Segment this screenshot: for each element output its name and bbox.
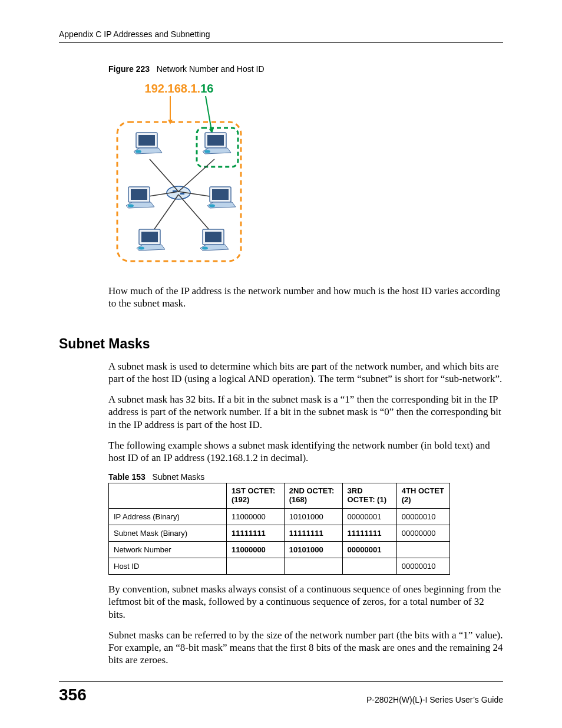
svg-line-11: [178, 159, 214, 192]
svg-line-10: [150, 159, 178, 192]
computer-icon: [200, 229, 229, 251]
network-diagram-svg: 192.168.1.16: [108, 80, 250, 268]
svg-line-3: [206, 96, 211, 130]
table-cell: Network Number: [109, 542, 227, 558]
paragraph: By convention, subnet masks always consi…: [108, 583, 503, 621]
table-row: Host ID00000010: [109, 558, 450, 575]
table-cell: 11111111: [284, 525, 342, 542]
page-number: 356: [59, 686, 87, 704]
table-cell: [227, 558, 285, 575]
table-header-cell: 1ST OCTET: (192): [227, 483, 285, 509]
svg-rect-9: [180, 193, 184, 195]
table-cell: 10101000: [284, 542, 342, 558]
paragraph: A subnet mask is used to determine which…: [108, 360, 503, 386]
table-cell: 00000001: [342, 509, 396, 525]
table-cell: 11111111: [342, 525, 396, 542]
table-header-cell: [109, 483, 227, 509]
table-cell: Subnet Mask (Binary): [109, 525, 227, 542]
computer-icon: [207, 187, 236, 208]
table-label: Table 153: [108, 472, 146, 482]
table-row: IP Address (Binary)110000001010100000000…: [109, 509, 450, 525]
table-cell: 11000000: [227, 542, 285, 558]
guide-name: P-2802H(W)(L)-I Series User’s Guide: [366, 695, 503, 704]
subnet-masks-table: 1ST OCTET: (192) 2ND OCTET: (168) 3RD OC…: [108, 483, 450, 575]
table-cell: 11000000: [227, 509, 285, 525]
network-diagram: 192.168.1.16: [108, 80, 503, 271]
table-cell: [396, 542, 449, 558]
table-caption-text: Subnet Masks: [152, 472, 204, 482]
svg-text:192.168.1.16: 192.168.1.16: [145, 82, 214, 95]
figure-caption: Figure 223 Network Number and Host ID: [108, 64, 503, 74]
computer-icon: [137, 229, 165, 251]
table-cell: IP Address (Binary): [109, 509, 227, 525]
table-cell: 00000000: [396, 525, 449, 542]
table-header-cell: 2ND OCTET: (168): [284, 483, 342, 509]
table-cell: 00000010: [396, 558, 449, 575]
paragraph: A subnet mask has 32 bits. If a bit in t…: [108, 393, 503, 431]
table-caption: Table 153 Subnet Masks: [108, 472, 503, 482]
table-cell: Host ID: [109, 558, 227, 575]
page-footer: 356 P-2802H(W)(L)-I Series User’s Guide: [59, 681, 503, 704]
table-header-cell: 3RD OCTET: (1): [342, 483, 396, 509]
page-header: Appendix C IP Addresses and Subnetting: [59, 29, 503, 43]
figure-label: Figure 223: [108, 64, 150, 74]
computer-icon: [134, 133, 162, 154]
table-cell: 00000010: [396, 509, 449, 525]
table-cell: 00000001: [342, 542, 396, 558]
computer-icon: [203, 133, 231, 154]
table-cell: 10101000: [284, 509, 342, 525]
table-header-row: 1ST OCTET: (192) 2ND OCTET: (168) 3RD OC…: [109, 483, 450, 509]
section-heading: Subnet Masks: [59, 336, 503, 352]
paragraph: The following example shows a subnet mas…: [108, 439, 503, 465]
table-row: Subnet Mask (Binary)11111111111111111111…: [109, 525, 450, 542]
computer-icon: [126, 187, 154, 208]
paragraph: How much of the IP address is the networ…: [108, 285, 503, 310]
paragraph: Subnet masks can be referred to by the s…: [108, 629, 503, 667]
figure-caption-text: Network Number and Host ID: [157, 64, 265, 74]
table-row: Network Number110000001010100000000001: [109, 542, 450, 558]
table-cell: [284, 558, 342, 575]
table-cell: 11111111: [227, 525, 285, 542]
ip-host-text: 16: [200, 82, 213, 95]
table-cell: [342, 558, 396, 575]
table-header-cell: 4TH OCTET (2): [396, 483, 449, 509]
ip-network-text: 192.168.1.: [145, 82, 201, 95]
